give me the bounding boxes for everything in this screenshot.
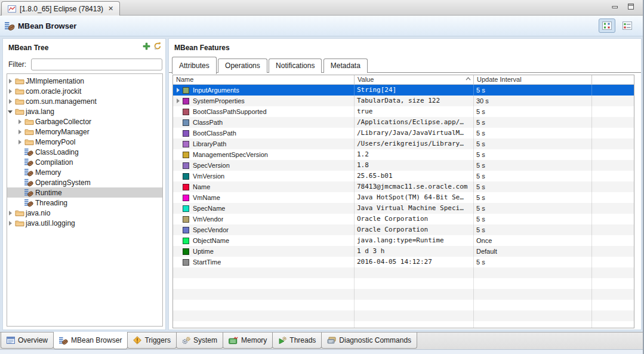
attribute-color-swatch xyxy=(183,195,189,201)
layout-vertical-button[interactable] xyxy=(599,19,615,33)
filter-input[interactable] xyxy=(31,59,162,70)
table-row[interactable]: LibraryPath/Users/erikgreijus/Library…5 … xyxy=(173,138,634,149)
attribute-color-swatch xyxy=(183,238,189,244)
column-header-value[interactable]: Value xyxy=(355,75,474,84)
table-row[interactable]: StartTime2016-04-05 14:12:275 s xyxy=(173,257,634,267)
table-row[interactable]: SpecVendorOracle Corporation5 s xyxy=(173,224,634,235)
table-row[interactable]: Uptime1 d 3 hDefault xyxy=(173,246,634,257)
jmc-console-window: [1.8.0_65] Eclipse (78413) ✕ MBean Brows… xyxy=(0,0,644,354)
layout-horizontal-button[interactable] xyxy=(619,19,636,33)
attribute-value: 78413@jmcmac11.se.oracle.com xyxy=(355,181,474,192)
attribute-value: Java Virtual Machine Speci… xyxy=(355,203,474,214)
tab-notifications[interactable]: Notifications xyxy=(269,59,322,73)
table-row[interactable]: VmVendorOracle Corporation5 s xyxy=(173,214,634,224)
table-row[interactable]: ClassPath/Applications/Eclipse.app/…5 s xyxy=(173,117,634,128)
close-icon[interactable]: ✕ xyxy=(107,5,113,13)
attribute-interval: 5 s xyxy=(474,171,592,181)
tree-item-memory[interactable]: Memory xyxy=(7,167,162,177)
tree-item-compilation[interactable]: Compilation xyxy=(7,157,162,167)
table-row[interactable]: ObjectNamejava.lang:type=RuntimeOnce xyxy=(173,235,634,246)
column-header-update-interval[interactable]: Update Interval xyxy=(474,75,592,84)
tab-threads[interactable]: Threads xyxy=(272,333,322,349)
tree-item-jmimplementation[interactable]: JMImplementation xyxy=(7,76,162,86)
mbean-icon xyxy=(24,178,33,187)
tree-item-java-util-logging[interactable]: java.util.logging xyxy=(7,218,162,228)
empty-row xyxy=(173,310,634,321)
table-row[interactable]: SpecVersion1.85 s xyxy=(173,160,634,171)
tree-item-com-sun-management[interactable]: com.sun.management xyxy=(7,96,162,106)
attribute-interval: 30 s xyxy=(474,96,592,106)
tab-triggers[interactable]: Triggers xyxy=(127,333,177,349)
diagnostic-icon xyxy=(327,337,336,344)
refresh-icon[interactable] xyxy=(153,42,162,50)
table-row[interactable]: BootClassPathSupportedtrue5 s xyxy=(173,106,634,117)
attribute-name: ManagementSpecVersion xyxy=(193,151,268,158)
table-row[interactable]: ManagementSpecVersion1.25 s xyxy=(173,149,634,160)
mbean-icon xyxy=(24,188,33,197)
tab-overview[interactable]: Overview xyxy=(1,333,54,349)
mbean-icon xyxy=(24,198,33,207)
tab-mbean-browser[interactable]: MBean Browser xyxy=(53,332,128,349)
attribute-interval: Once xyxy=(474,235,592,246)
table-row[interactable]: InputArgumentsString[24]5 s xyxy=(173,85,634,96)
filter-label: Filter: xyxy=(8,60,26,69)
maximize-icon[interactable] xyxy=(627,3,634,10)
tree-item-runtime[interactable]: Runtime xyxy=(7,187,162,198)
add-mbean-icon[interactable] xyxy=(143,42,150,50)
tab-diagnostic-commands[interactable]: Diagnostic Commands xyxy=(321,333,417,349)
tab-memory[interactable]: Memory xyxy=(223,333,273,349)
table-row[interactable]: Name78413@jmcmac11.se.oracle.com5 s xyxy=(173,181,634,192)
attribute-name: Name xyxy=(193,183,210,190)
mbean-features-title: MBean Features xyxy=(174,44,230,52)
table-row[interactable]: SystemPropertiesTabularData, size 12230 … xyxy=(173,96,634,106)
page-title: MBean Browser xyxy=(18,21,76,30)
attribute-interval: 5 s xyxy=(474,203,592,214)
attribute-color-swatch xyxy=(183,98,189,104)
attribute-name: SystemProperties xyxy=(193,97,245,104)
table-row[interactable]: VmVersion25.65-b015 s xyxy=(173,171,634,181)
folder-icon xyxy=(15,87,24,95)
folder-icon xyxy=(15,219,24,227)
tree-item-garbagecollector[interactable]: GarbageCollector xyxy=(7,116,162,127)
tab-attributes[interactable]: Attributes xyxy=(172,57,217,74)
tree-item-memorymanager[interactable]: MemoryManager xyxy=(7,127,162,137)
tree-item-java-nio[interactable]: java.nio xyxy=(7,208,162,218)
attribute-name: VmVendor xyxy=(193,216,223,223)
memory-icon xyxy=(229,337,238,344)
table-row[interactable]: SpecNameJava Virtual Machine Speci…5 s xyxy=(173,203,634,214)
table-row[interactable]: VmNameJava HotSpot(TM) 64-Bit Se…5 s xyxy=(173,192,634,203)
tree-item-com-oracle-jrockit[interactable]: com.oracle.jrockit xyxy=(7,86,162,96)
tree-item-classloading[interactable]: ClassLoading xyxy=(7,147,162,157)
tree-item-java-lang[interactable]: java.lang xyxy=(7,106,162,116)
folder-icon xyxy=(15,77,24,85)
tab-system[interactable]: System xyxy=(176,333,223,349)
tab-metadata[interactable]: Metadata xyxy=(323,59,368,73)
tab-operations[interactable]: Operations xyxy=(218,59,267,73)
folder-icon xyxy=(15,97,24,105)
attribute-color-swatch xyxy=(183,87,189,94)
editor-tab-connection[interactable]: [1.8.0_65] Eclipse (78413) ✕ xyxy=(1,1,120,16)
attribute-interval: 5 s xyxy=(474,117,592,128)
layout-vertical-icon xyxy=(602,21,612,30)
attribute-value: /Library/Java/JavaVirtualM… xyxy=(355,128,474,138)
attributes-table: Name Value Update Interval InputArgument… xyxy=(172,75,634,328)
attribute-value: 1 d 3 h xyxy=(355,246,474,257)
attribute-value: TabularData, size 122 xyxy=(355,96,474,106)
tree-item-memorypool[interactable]: MemoryPool xyxy=(7,137,162,147)
attribute-interval: 5 s xyxy=(474,214,592,224)
table-row[interactable]: BootClassPath/Library/Java/JavaVirtualM…… xyxy=(173,128,634,138)
features-tab-bar: Attributes Operations Notifications Meta… xyxy=(169,55,641,73)
tree-item-threading[interactable]: Threading xyxy=(7,198,162,208)
attribute-value: Java HotSpot(TM) 64-Bit Se… xyxy=(355,192,474,203)
attribute-color-swatch xyxy=(183,141,189,147)
attribute-value: java.lang:type=Runtime xyxy=(355,235,474,246)
mbean-features-panel: MBean Features Attributes Operations Not… xyxy=(168,38,642,330)
empty-row xyxy=(173,278,634,289)
minimize-icon[interactable] xyxy=(612,3,619,10)
attribute-name: VmVersion xyxy=(193,173,224,180)
sort-ascending-icon xyxy=(466,77,471,81)
column-header-name[interactable]: Name xyxy=(173,75,355,84)
tree-item-operatingsystem[interactable]: OperatingSystem xyxy=(7,177,162,187)
attribute-name: InputArguments xyxy=(193,87,239,94)
attribute-interval: 5 s xyxy=(474,181,592,192)
